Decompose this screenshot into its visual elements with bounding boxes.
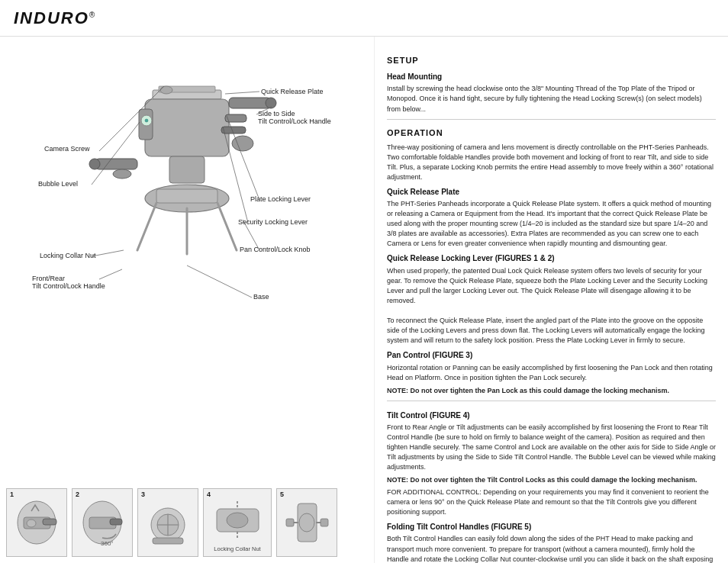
svg-rect-55 xyxy=(153,538,183,544)
svg-text:Camera Screw: Camera Screw xyxy=(44,145,90,153)
tilt-note: NOTE: Do not over tighten the Tilt Contr… xyxy=(387,475,716,485)
svg-line-34 xyxy=(92,250,124,256)
figure-5-num: 5 xyxy=(280,491,284,498)
svg-text:Tilt Control/Lock Handle: Tilt Control/Lock Handle xyxy=(32,282,105,290)
svg-point-8 xyxy=(145,119,148,122)
pan-note: NOTE: Do not over tighten the Pan Lock a… xyxy=(387,386,716,396)
svg-text:Tilt Control/Lock Handle: Tilt Control/Lock Handle xyxy=(258,117,331,125)
figure-2-image: 360° xyxy=(78,496,127,549)
folding-subtitle: Folding Tilt Control Handles (FIGURE 5) xyxy=(387,522,716,533)
brand-logo: INDURO® xyxy=(14,8,96,28)
page-header: INDURO® xyxy=(0,0,728,37)
operation-title: OPERATION xyxy=(387,127,716,140)
svg-point-61 xyxy=(299,513,314,532)
qrpl-body: When used properly, the patented Dual Lo… xyxy=(387,266,716,346)
figure-3-image xyxy=(143,496,193,549)
svg-rect-13 xyxy=(95,159,137,169)
svg-point-57 xyxy=(227,513,248,528)
tilt-body: Front to Rear Angle or Tilt adjustments … xyxy=(387,423,716,472)
svg-rect-45 xyxy=(43,519,56,525)
svg-line-18 xyxy=(137,203,156,250)
qrp-body: The PHT-Series Panheads incorporate a Qu… xyxy=(387,199,716,249)
qrpl-subtitle: Quick Release Locking Lever (FIGURES 1 &… xyxy=(387,253,716,265)
svg-point-14 xyxy=(89,159,100,169)
figure-3: 3 xyxy=(137,488,198,557)
svg-rect-9 xyxy=(229,98,271,108)
svg-point-2 xyxy=(160,86,172,94)
svg-point-15 xyxy=(113,169,131,179)
svg-point-46 xyxy=(27,520,36,527)
pan-subtitle: Pan Control (FIGURE 3) xyxy=(387,350,716,362)
folding-body: Both Tilt Control Handles can easily fol… xyxy=(387,534,716,563)
svg-text:Bubble Level: Bubble Level xyxy=(38,180,78,188)
svg-text:Side to Side: Side to Side xyxy=(258,110,295,117)
svg-text:Base: Base xyxy=(253,293,269,301)
figure-1: 1 xyxy=(6,488,67,557)
figure-2: 2 360° xyxy=(72,488,133,557)
pan-body: Horizontal rotation or Panning can be ea… xyxy=(387,363,716,383)
figure-4-num: 4 xyxy=(207,491,211,498)
main-content: Quick Release Plate Side to Side Tilt Co… xyxy=(0,37,728,563)
figure-5: 5 xyxy=(276,488,337,557)
svg-text:360°: 360° xyxy=(101,540,114,547)
figure-4-image xyxy=(209,494,266,545)
text-panel: SETUP Head Mounting Install by screwing … xyxy=(374,37,728,563)
tilt-subtitle: Tilt Control (FIGURE 4) xyxy=(387,410,716,422)
svg-text:Locking Collar Nut: Locking Collar Nut xyxy=(40,252,96,259)
qrp-subtitle: Quick Release Plate xyxy=(387,187,716,198)
divider-2 xyxy=(387,401,716,401)
svg-point-10 xyxy=(266,98,276,108)
svg-text:Security Locking Lever: Security Locking Lever xyxy=(238,218,308,226)
figure-1-num: 1 xyxy=(10,491,14,498)
divider-1 xyxy=(387,119,716,120)
figures-row: 1 2 360° xyxy=(6,488,365,557)
figure-3-num: 3 xyxy=(141,491,145,498)
svg-rect-65 xyxy=(321,519,328,526)
svg-text:Quick Release Plate: Quick Release Plate xyxy=(261,88,324,95)
operation-body: Three-way positioning of camera and lens… xyxy=(387,143,716,182)
figure-5-image xyxy=(282,496,332,549)
head-mounting-subtitle: Head Mounting xyxy=(387,72,716,83)
svg-rect-17 xyxy=(156,189,217,203)
figure-2-num: 2 xyxy=(76,491,79,498)
svg-line-21 xyxy=(225,92,259,94)
svg-line-38 xyxy=(99,269,122,279)
additional-control: FOR ADDITIONAL CONTROL: Depending on you… xyxy=(387,487,716,517)
svg-line-20 xyxy=(217,203,237,250)
svg-rect-12 xyxy=(169,156,205,183)
head-mounting-body: Install by screwing the head clockwise o… xyxy=(387,84,716,114)
figure-1-image xyxy=(12,496,62,549)
logo-name: INDURO xyxy=(14,8,89,27)
svg-rect-64 xyxy=(286,519,294,526)
tilt-col: Tilt Control (FIGURE 4) Front to Rear An… xyxy=(387,406,716,564)
svg-rect-49 xyxy=(110,519,122,525)
figure-4: 4 Locking Collar Nut xyxy=(203,488,272,557)
two-col-section: Tilt Control (FIGURE 4) Front to Rear An… xyxy=(387,406,716,564)
diagram-panel: Quick Release Plate Side to Side Tilt Co… xyxy=(0,37,374,563)
tripod-head-diagram: Quick Release Plate Side to Side Tilt Co… xyxy=(0,37,374,357)
svg-text:Plate Locking Lever: Plate Locking Lever xyxy=(250,195,311,203)
svg-text:Pan Control/Lock Knob: Pan Control/Lock Knob xyxy=(240,246,311,253)
svg-rect-6 xyxy=(221,127,246,134)
trademark-symbol: ® xyxy=(89,10,96,18)
svg-line-41 xyxy=(187,265,252,298)
svg-text:Front/Rear: Front/Rear xyxy=(32,275,65,282)
svg-rect-3 xyxy=(145,99,229,156)
setup-title: SETUP xyxy=(387,55,716,67)
figure-4-label: Locking Collar Nut xyxy=(214,545,260,552)
